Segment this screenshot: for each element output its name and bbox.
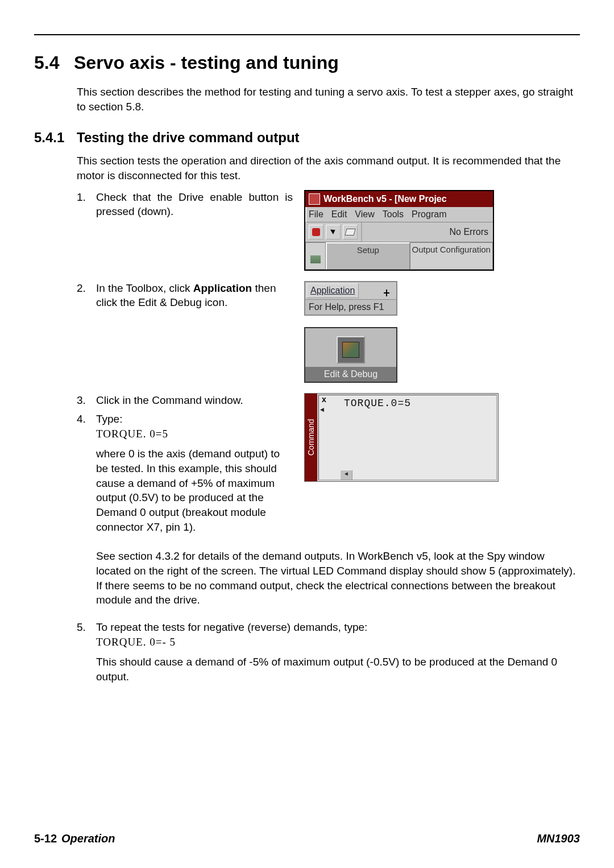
close-icon[interactable]: x — [320, 395, 329, 404]
edit-debug-label: Edit & Debug — [305, 367, 396, 382]
collapse-icon[interactable] — [320, 406, 327, 414]
stop-icon — [312, 228, 320, 236]
application-tab[interactable]: Application — [306, 283, 359, 298]
menu-view[interactable]: View — [355, 209, 374, 220]
section-heading: 5.4Servo axis - testing and tuning — [34, 52, 580, 73]
eraser-icon — [345, 229, 355, 235]
intro-paragraph: This section describes the method for te… — [77, 85, 580, 114]
app-icon — [309, 193, 320, 205]
tab-setup[interactable]: Setup — [326, 242, 410, 270]
mouse-cursor-icon — [383, 288, 391, 298]
page-footer: 5-12Operation MN1903 — [34, 832, 580, 845]
tab-icon-cell — [305, 242, 326, 270]
statusbar-help: For Help, press F1 — [305, 299, 396, 315]
top-rule — [34, 34, 580, 35]
cursor-icon — [330, 227, 336, 234]
menu-file[interactable]: File — [309, 209, 323, 220]
command-window: Command x TORQUE.0=5 ◄ — [304, 393, 499, 482]
toolbar-clear-button[interactable] — [343, 225, 358, 239]
step-4: Type: TORQUE. 0=5 where 0 is the axis (d… — [77, 412, 293, 534]
subsection-intro: This section tests the operation and dir… — [77, 154, 580, 183]
menu-edit[interactable]: Edit — [331, 209, 347, 220]
step-2: In the Toolbox, click Application then c… — [77, 281, 293, 310]
step-3: Click in the Command window. — [77, 393, 293, 408]
drive-enable-button[interactable] — [309, 225, 323, 239]
application-tab-figure: Application For Help, press F1 — [304, 281, 397, 316]
subsection-title: Testing the drive command output — [77, 130, 300, 145]
section-title: Servo axis - testing and tuning — [74, 52, 339, 73]
tab-icon — [310, 255, 321, 263]
window-title: WorkBench v5 - [New Projec — [323, 194, 447, 204]
workbench-window: WorkBench v5 - [New Projec File Edit Vie… — [304, 190, 494, 271]
status-noerrors: No Errors — [362, 227, 493, 237]
toolbar: No Errors — [305, 222, 493, 242]
window-titlebar: WorkBench v5 - [New Projec — [305, 191, 493, 207]
command-text: TORQUE.0=5 — [344, 398, 411, 409]
scroll-left-icon[interactable]: ◄ — [340, 470, 352, 480]
subsection-heading: 5.4.1Testing the drive command output — [34, 130, 580, 146]
toolbar-cursor-button[interactable] — [326, 225, 341, 239]
tab-output-config[interactable]: Output Configuration — [410, 242, 493, 270]
tab-strip: Setup Output Configuration — [305, 242, 493, 270]
section-number: 5.4 — [34, 52, 74, 73]
footer-right: MN1903 — [537, 832, 580, 845]
menu-tools[interactable]: Tools — [383, 209, 404, 220]
menu-program[interactable]: Program — [412, 209, 446, 220]
step-5: To repeat the tests for negative (revers… — [77, 620, 580, 684]
step-1: Check that the Drive enable button is pr… — [77, 190, 293, 219]
edit-debug-icon — [342, 342, 359, 358]
subsection-number: 5.4.1 — [34, 130, 77, 146]
menu-bar: File Edit View Tools Program — [305, 207, 493, 222]
step-4-continued: See section 4.3.2 for details of the dem… — [96, 549, 580, 607]
command-textarea[interactable]: TORQUE.0=5 — [318, 395, 497, 480]
manual-page: 5.4Servo axis - testing and tuning This … — [0, 0, 614, 868]
command-tab-label[interactable]: Command — [305, 394, 317, 481]
edit-debug-button[interactable] — [337, 336, 365, 363]
edit-debug-figure: Edit & Debug — [304, 327, 397, 383]
footer-left: 5-12Operation — [34, 832, 115, 845]
